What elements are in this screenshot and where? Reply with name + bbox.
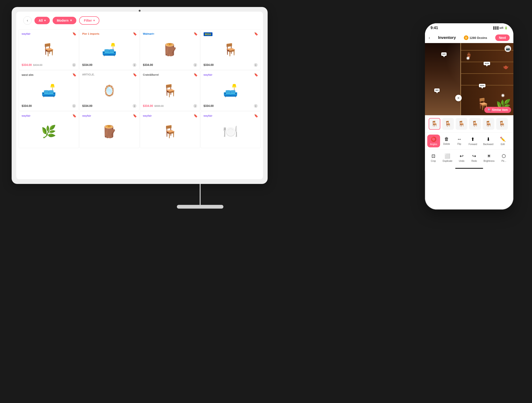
- product-card[interactable]: wayfair 🔖 🛋️ $334.00 ℹ: [201, 70, 261, 111]
- product-brand: wayfair: [82, 114, 137, 118]
- shelf-row: [461, 73, 513, 74]
- modern-filter-close[interactable]: ✕: [70, 19, 72, 22]
- location-dot[interactable]: [502, 94, 504, 97]
- product-card[interactable]: west elm 🔖 🛋️ $334.00 ℹ: [19, 70, 79, 111]
- undo-tool[interactable]: ↩ Undo: [456, 151, 468, 164]
- product-card[interactable]: wayfair 🔖 🪑 $334.00 $434.00 ℹ: [19, 29, 79, 70]
- furniture-option[interactable]: 🪑: [442, 118, 454, 130]
- bookmark-icon[interactable]: 🔖: [133, 114, 137, 118]
- info-icon[interactable]: ℹ: [72, 104, 76, 108]
- filter-button[interactable]: Filter ▾: [79, 16, 99, 25]
- backward-tool[interactable]: ⬇ Backward: [480, 134, 496, 147]
- bookmark-icon[interactable]: 🔖: [72, 114, 76, 118]
- bookmark-icon[interactable]: 🔖: [194, 73, 198, 77]
- product-card[interactable]: wayfair 🔖 🪵: [79, 111, 140, 148]
- product-brand: wayfair: [22, 32, 76, 36]
- duplicate-tool[interactable]: ⬜ Duplicate: [440, 151, 455, 164]
- price-row: $334.00 $888.00 ℹ: [143, 104, 197, 108]
- room-image-area[interactable]: 🏺 🫖 🌿 🪑 $45 $120 $89 $234 ✕ 📷 🔍: [425, 43, 513, 115]
- price-tag[interactable]: $120: [484, 62, 490, 65]
- home-indicator[interactable]: [455, 168, 483, 169]
- furniture-option[interactable]: 🪑: [456, 118, 467, 130]
- product-image: 🪑: [22, 38, 76, 61]
- redo-tool[interactable]: ↪ Redo: [468, 151, 480, 164]
- product-image: 🪑: [143, 120, 197, 143]
- info-icon[interactable]: ℹ: [72, 63, 76, 67]
- bookmark-icon[interactable]: 🔖: [254, 32, 258, 36]
- forward-label: Forward: [469, 143, 477, 146]
- status-icons: ▐▐▐ wifi 🔋: [493, 26, 508, 30]
- forward-tool[interactable]: ⬆ Forward: [466, 134, 480, 147]
- furniture-option[interactable]: 🪑: [483, 118, 494, 130]
- furniture-option[interactable]: 🪑: [496, 118, 508, 130]
- angles-label: Angles: [430, 143, 437, 146]
- product-grid: wayfair 🔖 🪑 $334.00 $434.00 ℹ Pier 1 imp…: [16, 29, 263, 148]
- product-card[interactable]: wayfair 🔖 🌿: [19, 111, 79, 148]
- shelf-row: [461, 85, 513, 85]
- product-card[interactable]: Walmart+ 🔖 🪵 $334.00 ℹ: [140, 29, 200, 70]
- bookmark-icon[interactable]: 🔖: [254, 73, 258, 77]
- crop-icon: ⊡: [431, 153, 435, 159]
- bookmark-icon[interactable]: 🔖: [194, 114, 198, 118]
- undo-icon: ↩: [460, 153, 464, 159]
- bookmark-icon[interactable]: 🔖: [254, 114, 258, 118]
- price: $334.00: [22, 104, 32, 108]
- monitor-frame: ‹ All ▾ Modern ✕ Filter ▾ wayfair: [12, 7, 268, 184]
- product-card[interactable]: wayfair 🔖 🍽️: [201, 111, 261, 148]
- info-icon[interactable]: ℹ: [133, 104, 136, 108]
- bookmark-icon[interactable]: 🔖: [194, 32, 198, 36]
- delete-tool[interactable]: 🗑 Delete: [441, 134, 453, 147]
- price-row: $334.00 ℹ: [82, 63, 137, 67]
- location-dot[interactable]: [467, 57, 469, 59]
- info-icon[interactable]: ℹ: [254, 63, 258, 67]
- monitor-camera: [139, 10, 140, 12]
- crop-tool[interactable]: ⊡ Crop: [427, 151, 439, 164]
- furniture-option[interactable]: 🪑: [469, 118, 481, 130]
- modern-filter-button[interactable]: Modern ✕: [53, 17, 76, 24]
- modern-filter-label: Modern: [57, 19, 69, 22]
- product-card[interactable]: Crate&Barrel 🔖 🪑 $334.00 $888.00 ℹ: [140, 70, 200, 111]
- next-button[interactable]: Next: [495, 34, 510, 41]
- furniture-option[interactable]: 🪑: [429, 118, 440, 130]
- price: $334.00: [143, 63, 153, 67]
- price: $334.00: [204, 63, 214, 67]
- delete-label: Delete: [443, 143, 450, 145]
- price-row: $334.00 ℹ: [143, 63, 197, 67]
- info-icon[interactable]: ℹ: [193, 63, 197, 67]
- product-brand: Walmart+: [143, 32, 197, 36]
- bookmark-icon[interactable]: 🔖: [72, 32, 76, 36]
- bookmark-icon[interactable]: 🔖: [72, 73, 76, 77]
- flip-tool[interactable]: ↔️ Flip: [453, 134, 465, 147]
- all-filter-button[interactable]: All ▾: [34, 17, 50, 24]
- product-card[interactable]: IKEA 🔖 🪑 $334.00 ℹ: [201, 29, 261, 70]
- bookmark-icon[interactable]: 🔖: [133, 32, 137, 36]
- filter-chevron: ▾: [93, 19, 95, 22]
- similar-item-button[interactable]: 🔍 Similar item: [484, 107, 511, 113]
- photo-button[interactable]: 📷: [505, 45, 511, 52]
- phone-back-button[interactable]: ‹: [429, 35, 430, 40]
- info-icon[interactable]: ℹ: [133, 63, 136, 67]
- info-icon[interactable]: ℹ: [193, 104, 197, 108]
- phone-header: ‹ Inventory D 1280 Dcoins Next: [425, 32, 513, 43]
- product-card[interactable]: wayfair 🔖 🪑: [140, 111, 200, 148]
- price-tag[interactable]: $89: [434, 89, 440, 92]
- product-card[interactable]: Pier 1 imports 🔖 🛋️ $334.00 ℹ: [79, 29, 140, 70]
- info-icon[interactable]: ℹ: [254, 104, 258, 108]
- bookmark-icon[interactable]: 🔖: [133, 73, 137, 77]
- perspective-tool[interactable]: ⬡ Pe...: [498, 151, 510, 164]
- price-tag[interactable]: $234: [479, 84, 485, 87]
- product-image: 🪵: [143, 38, 197, 61]
- brightness-icon: ☀: [487, 153, 491, 159]
- duplicate-label: Duplicate: [443, 160, 452, 162]
- back-button[interactable]: ‹: [23, 16, 32, 25]
- angles-tool[interactable]: ⭕ Angles: [427, 134, 440, 147]
- product-image: 🛋️: [82, 38, 137, 61]
- desktop-monitor: ‹ All ▾ Modern ✕ Filter ▾ wayfair: [12, 7, 272, 217]
- brightness-tool[interactable]: ☀ Brightness: [481, 151, 497, 164]
- price-tag[interactable]: $45: [441, 52, 447, 56]
- edit-tool[interactable]: ✏️ Edit: [497, 134, 509, 147]
- product-brand: wayfair: [143, 114, 197, 118]
- dcoins-icon: D: [464, 35, 469, 40]
- product-card[interactable]: ARTICLE. 🔖 🪞 $334.00 ℹ: [79, 70, 140, 111]
- remove-item-button[interactable]: ✕: [455, 95, 462, 101]
